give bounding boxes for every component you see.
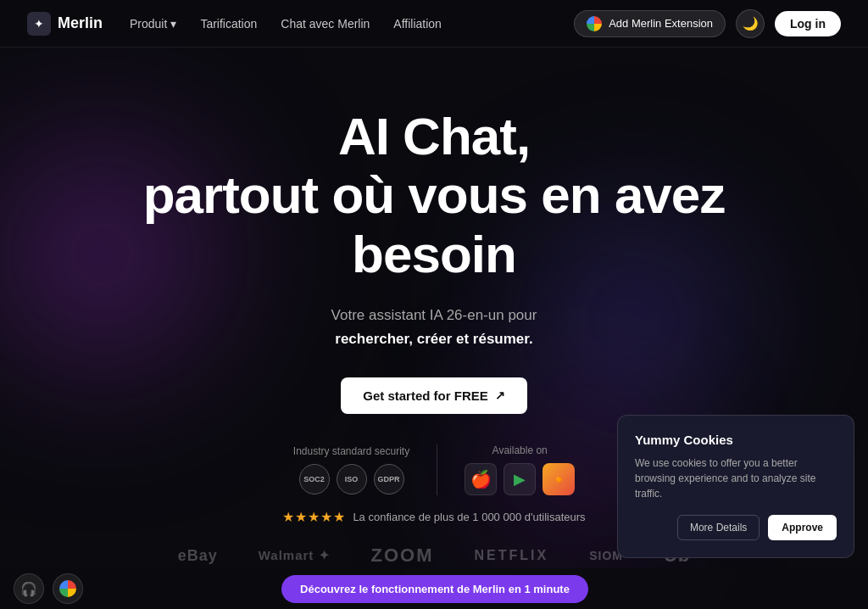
security-label: Industry standard security [293, 445, 409, 457]
badge-iso: ISO [337, 464, 367, 494]
hero-subtitle: Votre assistant IA 26-en-un pour recherc… [331, 304, 537, 349]
brand-zoom: ZOOM [371, 545, 434, 567]
nav-link-affiliation[interactable]: Affiliation [393, 17, 442, 31]
logo-link[interactable]: ✦ Merlin [27, 12, 103, 36]
trust-row: Industry standard security SOC2 ISO GDPR… [293, 444, 575, 495]
cookie-buttons: More Details Approve [635, 515, 837, 540]
bottom-cta-button[interactable]: Découvrez le fonctionnement de Merlin en… [281, 575, 588, 603]
brand-ebay: eBay [178, 547, 218, 565]
stars-row: ★★★★★ La confiance de plus de 1 000 000 … [282, 509, 585, 525]
trust-text: La confiance de plus de 1 000 000 d'util… [353, 511, 585, 523]
trust-divider [437, 444, 437, 495]
cta-button[interactable]: Get started for FREE ↗ [341, 377, 527, 414]
nav-right: Add Merlin Extension 🌙 Log in [574, 9, 841, 38]
security-section: Industry standard security SOC2 ISO GDPR [293, 445, 409, 494]
moon-icon: 🌙 [743, 16, 759, 31]
navbar: ✦ Merlin Produit ▾ Tarification Chat ave… [0, 0, 868, 47]
apple-icon[interactable]: 🍎 [465, 463, 497, 495]
nav-link-chat[interactable]: Chat avec Merlin [281, 17, 370, 31]
approve-button[interactable]: Approve [768, 515, 837, 540]
chrome-bottom-icon[interactable] [53, 573, 83, 604]
chrome-circle-icon [59, 580, 76, 597]
support-icon[interactable]: 🎧 [14, 573, 44, 604]
add-extension-button[interactable]: Add Merlin Extension [574, 10, 726, 37]
badge-soc2: SOC2 [299, 464, 330, 494]
app-icons: 🍎 ▶ 🔸 [465, 463, 575, 495]
badge-gdpr: GDPR [374, 464, 404, 494]
chrome-icon [587, 16, 602, 31]
nav-link-produit[interactable]: Produit ▾ [130, 17, 176, 31]
nav-left: ✦ Merlin Produit ▾ Tarification Chat ave… [27, 12, 442, 36]
cookie-text: We use cookies to offer you a better bro… [635, 455, 837, 501]
logo-icon: ✦ [27, 12, 51, 36]
cookie-banner: Yummy Cookies We use cookies to offer yo… [617, 415, 854, 558]
arrow-icon: ↗ [495, 388, 505, 402]
login-button[interactable]: Log in [775, 11, 841, 36]
brand-walmart: Walmart ✦ [259, 548, 331, 563]
other-app-icon[interactable]: 🔸 [542, 463, 575, 495]
security-badges: SOC2 ISO GDPR [299, 464, 404, 494]
cookie-title: Yummy Cookies [635, 433, 837, 447]
hero-title: AI Chat, partout où vous en avez besoin [143, 107, 726, 283]
theme-toggle-button[interactable]: 🌙 [736, 9, 765, 38]
brand-netflix: NETFLIX [475, 548, 549, 563]
play-icon[interactable]: ▶ [504, 463, 536, 495]
nav-link-tarification[interactable]: Tarification [200, 17, 257, 31]
star-rating: ★★★★★ [282, 509, 346, 525]
bottom-bar: 🎧 Découvrez le fonctionnement de Merlin … [0, 568, 868, 609]
available-section: Available on 🍎 ▶ 🔸 [465, 444, 575, 495]
nav-links: Produit ▾ Tarification Chat avec Merlin … [130, 17, 442, 31]
chevron-down-icon: ▾ [170, 17, 176, 31]
logo-symbol: ✦ [34, 17, 44, 31]
more-details-button[interactable]: More Details [677, 515, 760, 540]
available-label: Available on [492, 444, 548, 456]
logo-text: Merlin [58, 14, 103, 32]
